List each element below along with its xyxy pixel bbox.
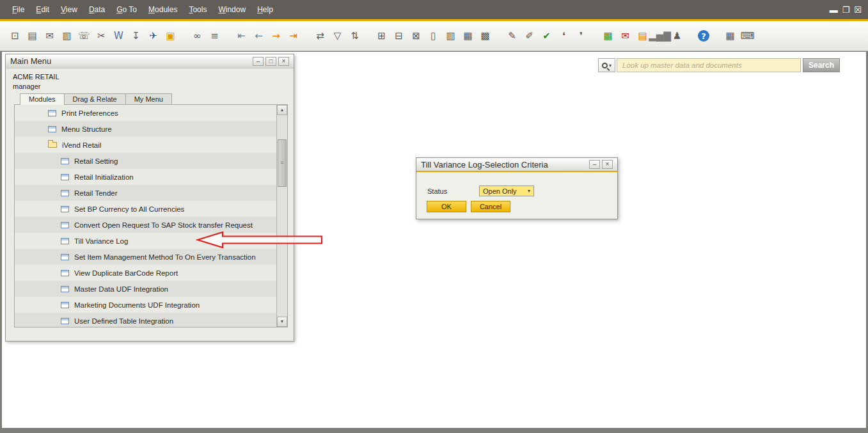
lock-screen-icon[interactable]: ▣ bbox=[163, 29, 178, 43]
dropdown-arrow-icon[interactable] bbox=[525, 189, 533, 193]
paste-special-icon[interactable]: ⊠ bbox=[409, 29, 423, 43]
resource-chart-icon[interactable]: ▤ bbox=[635, 29, 650, 43]
bar-chart-icon[interactable]: ▂▅▇ bbox=[652, 29, 667, 43]
tree-item-label: Convert Open Request To SAP Stock transf… bbox=[74, 221, 253, 229]
next-record-icon[interactable]: → bbox=[269, 29, 283, 43]
till-variance-log-dialog: Till Variance Log-Selection Criteria –× … bbox=[416, 157, 618, 219]
tree-item-label: Set BP Currency to All Currencies bbox=[74, 205, 184, 213]
tree-item-view-duplicate-barcode-report[interactable]: View Duplicate BarCode Report bbox=[15, 265, 276, 281]
tree-item-marketing-documents-udf-integration[interactable]: Marketing Documents UDF Integration bbox=[15, 297, 276, 313]
close-window-icon[interactable]: × bbox=[278, 57, 289, 66]
preview-document-icon[interactable]: ⊡ bbox=[8, 29, 22, 43]
search-button[interactable]: Search bbox=[803, 58, 840, 72]
menu-item-modules[interactable]: Modules bbox=[143, 2, 183, 17]
export-excel-icon[interactable]: ✂ bbox=[94, 29, 109, 43]
form-icon bbox=[61, 238, 69, 244]
copy-table-icon[interactable]: ⊟ bbox=[391, 29, 406, 43]
chat-icon[interactable]: ❜ bbox=[574, 29, 588, 43]
tree-item-ivend-retail[interactable]: iVend Retail bbox=[15, 137, 276, 153]
message-alert-icon[interactable]: ✉ bbox=[618, 29, 633, 43]
menu-items: FileEditViewDataGo ToModulesToolsWindowH… bbox=[6, 2, 279, 17]
global-search-input[interactable] bbox=[617, 58, 801, 72]
tree-item-label: Master Data UDF Integration bbox=[74, 285, 168, 293]
tab-my-menu[interactable]: My Menu bbox=[125, 93, 172, 105]
tree-item-label: Retail Tender bbox=[74, 189, 118, 197]
query-table-icon[interactable]: ▩ bbox=[478, 29, 493, 43]
menu-item-view[interactable]: View bbox=[55, 2, 83, 17]
payment-means-icon[interactable]: ▯ bbox=[426, 29, 441, 43]
export-pdf-icon[interactable]: ↧ bbox=[129, 29, 143, 43]
minimize-window-icon[interactable]: – bbox=[253, 57, 264, 66]
find-icon[interactable]: ∞ bbox=[190, 29, 205, 43]
tree-item-label: Retail Initialization bbox=[74, 173, 134, 181]
tree-item-label: Set Item Management Method To On Every T… bbox=[74, 253, 256, 261]
keyboard-icon[interactable]: ⌨ bbox=[740, 29, 755, 43]
gross-profit-icon[interactable]: ▥ bbox=[443, 29, 458, 43]
create-document-icon[interactable]: ✐ bbox=[522, 29, 537, 43]
dialog-titlebar[interactable]: Till Variance Log-Selection Criteria –× bbox=[416, 158, 617, 172]
scroll-up-icon[interactable] bbox=[277, 105, 287, 115]
export-word-icon[interactable]: W bbox=[111, 29, 126, 43]
tree-item-retail-initialization[interactable]: Retail Initialization bbox=[15, 169, 276, 185]
list-icon[interactable]: ≡ bbox=[207, 29, 222, 43]
form-settings-icon[interactable]: ✔ bbox=[539, 29, 554, 43]
menu-item-file[interactable]: File bbox=[6, 2, 30, 17]
restore-app-icon[interactable]: ❐ bbox=[842, 6, 850, 14]
tree-item-print-preferences[interactable]: Print Preferences bbox=[15, 105, 276, 121]
search-type-dropdown-button[interactable]: ▾ bbox=[598, 58, 615, 72]
print-sequence-icon[interactable]: ☏ bbox=[77, 29, 91, 43]
tab-drag-relate[interactable]: Drag & Relate bbox=[64, 93, 126, 105]
main-menu-titlebar[interactable]: Main Menu –□× bbox=[6, 54, 294, 68]
sort-table-icon[interactable]: ⇅ bbox=[347, 29, 362, 43]
calendar-icon[interactable]: ▦ bbox=[601, 29, 615, 43]
tree-item-label: Retail Setting bbox=[74, 157, 118, 165]
maximize-window-icon[interactable]: □ bbox=[265, 57, 276, 66]
grid-icon[interactable]: ▦ bbox=[461, 29, 475, 43]
minimize-app-icon[interactable]: ▬ bbox=[830, 6, 838, 14]
tree-scrollbar[interactable] bbox=[276, 105, 287, 327]
help-icon[interactable]: ? bbox=[698, 30, 709, 42]
print-icon[interactable]: ▤ bbox=[25, 29, 40, 43]
ok-button[interactable]: OK bbox=[427, 201, 466, 212]
module-tree-rows: Print PreferencesMenu StructureiVend Ret… bbox=[15, 105, 276, 327]
edit-icon[interactable]: ✎ bbox=[505, 29, 519, 43]
tree-item-user-defined-table-integration[interactable]: User Defined Table Integration bbox=[15, 313, 276, 327]
tree-item-master-data-udf-integration[interactable]: Master Data UDF Integration bbox=[15, 281, 276, 297]
print-preview-icon[interactable]: ▥ bbox=[59, 29, 74, 43]
filter-table-icon[interactable]: ▽ bbox=[330, 29, 345, 43]
menu-item-window[interactable]: Window bbox=[212, 2, 251, 17]
form-icon bbox=[48, 126, 56, 132]
tree-item-retail-setting[interactable]: Retail Setting bbox=[15, 153, 276, 169]
menubar-window-controls: ▬❐☒ bbox=[830, 0, 862, 19]
minimize-dialog-icon[interactable]: – bbox=[589, 160, 600, 169]
calculator-icon[interactable]: ▦ bbox=[723, 29, 738, 43]
tab-modules[interactable]: Modules bbox=[20, 93, 65, 105]
tree-item-retail-tender[interactable]: Retail Tender bbox=[15, 185, 276, 201]
tree-item-set-bp-currency-to-all-currencies[interactable]: Set BP Currency to All Currencies bbox=[15, 201, 276, 217]
tree-item-label: Till Variance Log bbox=[74, 237, 128, 245]
last-record-icon[interactable]: ⇥ bbox=[286, 29, 301, 43]
menu-item-tools[interactable]: Tools bbox=[183, 2, 212, 17]
first-record-icon[interactable]: ⇤ bbox=[234, 29, 249, 43]
employee-icon[interactable]: ♟ bbox=[670, 29, 684, 43]
tree-item-menu-structure[interactable]: Menu Structure bbox=[15, 121, 276, 137]
menu-item-go-to[interactable]: Go To bbox=[111, 2, 143, 17]
chevron-down-icon: ▾ bbox=[609, 63, 612, 68]
scroll-down-icon[interactable] bbox=[277, 317, 287, 327]
menu-item-data[interactable]: Data bbox=[83, 2, 111, 17]
cancel-button[interactable]: Cancel bbox=[471, 201, 510, 212]
refresh-record-icon[interactable]: ⇄ bbox=[313, 29, 327, 43]
close-dialog-icon[interactable]: × bbox=[602, 160, 613, 169]
menu-bar: FileEditViewDataGo ToModulesToolsWindowH… bbox=[0, 0, 868, 19]
scrollbar-thumb[interactable] bbox=[278, 139, 287, 187]
email-icon[interactable]: ✉ bbox=[42, 29, 57, 43]
previous-record-icon[interactable]: ← bbox=[251, 29, 266, 43]
menu-item-help[interactable]: Help bbox=[251, 2, 279, 17]
close-app-icon[interactable]: ☒ bbox=[854, 6, 862, 14]
status-dropdown[interactable]: Open Only bbox=[479, 185, 534, 196]
add-to-transaction-icon[interactable]: ⊞ bbox=[374, 29, 389, 43]
menu-item-edit[interactable]: Edit bbox=[30, 2, 55, 17]
tree-item-label: iVend Retail bbox=[62, 141, 101, 149]
comment-icon[interactable]: ❛ bbox=[556, 29, 571, 43]
launch-application-icon[interactable]: ✈ bbox=[146, 29, 161, 43]
